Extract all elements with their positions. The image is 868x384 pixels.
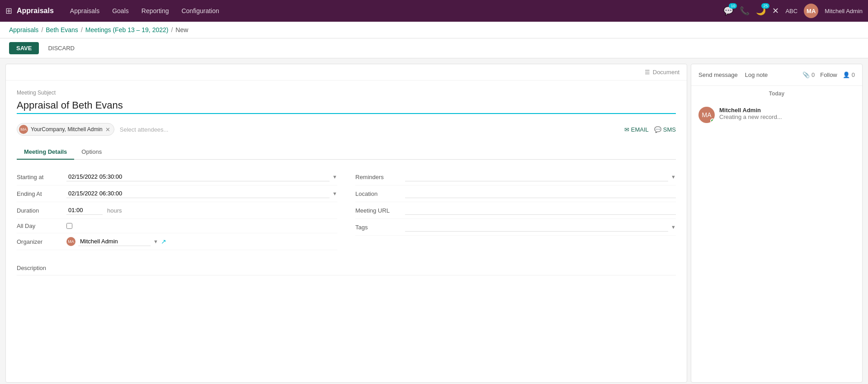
tags-arrow: ▼: [671, 224, 676, 230]
hamburger-icon: ☰: [645, 69, 650, 76]
today-label: Today: [691, 86, 862, 101]
sms-icon: 💬: [654, 126, 661, 133]
chatter-message: MA Mitchell Admin Creating a new record.…: [691, 101, 862, 128]
duration-label: Duration: [17, 207, 66, 214]
tab-meeting-details[interactable]: Meeting Details: [17, 145, 74, 160]
save-button[interactable]: SAVE: [9, 42, 39, 54]
moon-badge: 25: [761, 3, 769, 9]
attachments-count: 0: [811, 71, 815, 78]
chatter-panel: Send message Log note 📎 0 Follow 👤 0 Tod…: [691, 64, 863, 383]
nav-item-configuration[interactable]: Configuration: [176, 5, 224, 17]
description-label: Description: [17, 265, 676, 271]
action-bar: SAVE DISCARD: [0, 38, 868, 58]
phone-icon-btn[interactable]: 📞: [740, 6, 750, 16]
tabs-row: Meeting Details Options: [17, 145, 676, 160]
field-tags: Tags ▼: [355, 219, 676, 236]
breadcrumb-sep-2: /: [81, 26, 83, 33]
nav-menu: Appraisals Goals Reporting Configuration: [65, 5, 724, 17]
follow-button[interactable]: Follow: [820, 71, 837, 78]
meeting-subject-input[interactable]: [17, 98, 676, 114]
user-avatar[interactable]: MA: [804, 4, 818, 18]
main-layout: ☰ Document Meeting Subject MA YourCompan…: [0, 58, 868, 384]
all-day-label: All Day: [17, 223, 66, 229]
ending-at-value: ▼: [66, 189, 337, 198]
app-brand: Appraisals: [17, 7, 54, 15]
nav-item-appraisals[interactable]: Appraisals: [65, 5, 105, 17]
chat-icon-btn[interactable]: 💬 10: [723, 6, 733, 16]
paperclip-icon: 📎: [802, 71, 810, 78]
breadcrumb-current: New: [175, 26, 188, 33]
close-icon-btn[interactable]: ✕: [772, 6, 779, 16]
nav-item-goals[interactable]: Goals: [107, 5, 134, 17]
starting-at-label: Starting at: [17, 174, 66, 180]
chatter-header: Send message Log note 📎 0 Follow 👤 0: [691, 64, 862, 86]
breadcrumb-meetings[interactable]: Meetings (Feb 13 – 19, 2022): [85, 26, 169, 33]
location-value: [405, 189, 676, 198]
discard-button[interactable]: DISCARD: [44, 42, 78, 54]
meeting-subject-label: Meeting Subject: [17, 90, 676, 96]
ending-at-label: Ending At: [17, 190, 66, 197]
breadcrumb-beth-evans[interactable]: Beth Evans: [46, 26, 78, 33]
chatter-msg-body: Mitchell Admin Creating a new record...: [719, 107, 782, 123]
organizer-label: Organizer: [17, 238, 66, 245]
attendee-placeholder[interactable]: Select attendees...: [120, 126, 169, 133]
sms-button[interactable]: 💬 SMS: [654, 126, 676, 133]
form-toolbar: ☰ Document: [6, 64, 687, 81]
organizer-avatar: MA: [66, 237, 75, 246]
followers-stat[interactable]: 👤 0: [843, 71, 855, 78]
tags-value: ▼: [405, 223, 676, 232]
meeting-url-value: [405, 206, 676, 215]
email-button[interactable]: ✉ EMAIL: [624, 126, 649, 133]
chatter-author-name: Mitchell Admin: [719, 107, 782, 114]
username-label: Mitchell Admin: [825, 8, 863, 14]
reminders-label: Reminders: [355, 174, 405, 180]
tags-input[interactable]: [405, 223, 668, 232]
form-panel: ☰ Document Meeting Subject MA YourCompan…: [5, 64, 687, 383]
location-label: Location: [355, 190, 405, 197]
description-divider: [17, 275, 676, 275]
breadcrumb-sep-3: /: [171, 26, 173, 33]
chat-badge: 10: [729, 3, 737, 9]
organizer-input[interactable]: [78, 237, 151, 246]
chatter-author-avatar: MA: [698, 107, 715, 123]
followers-count: 0: [852, 71, 855, 78]
moon-icon-btn[interactable]: 🌙 25: [756, 6, 766, 16]
all-day-checkbox[interactable]: [66, 223, 72, 229]
document-button[interactable]: ☰ Document: [645, 69, 679, 76]
field-organizer: Organizer MA ▼ ↗: [17, 233, 337, 250]
attachments-stat[interactable]: 📎 0: [802, 71, 815, 78]
duration-input[interactable]: [66, 206, 103, 215]
starting-at-input[interactable]: [66, 172, 330, 181]
attendee-tag: MA YourCompany, Mitchell Admin ✕: [17, 123, 114, 136]
field-duration: Duration hours: [17, 202, 337, 219]
send-message-button[interactable]: Send message: [698, 70, 738, 80]
organizer-value: MA ▼ ↗: [66, 237, 337, 246]
breadcrumb-appraisals[interactable]: Appraisals: [9, 26, 38, 33]
meeting-url-input[interactable]: [405, 206, 676, 215]
chatter-actions-right: 📎 0 Follow 👤 0: [802, 71, 855, 78]
field-location: Location: [355, 185, 676, 202]
field-ending-at: Ending At ▼: [17, 185, 337, 202]
location-input[interactable]: [405, 189, 676, 198]
breadcrumb: Appraisals / Beth Evans / Meetings (Feb …: [0, 22, 868, 38]
attendee-name: YourCompany, Mitchell Admin: [31, 126, 103, 133]
abc-label: ABC: [785, 8, 797, 14]
grid-icon[interactable]: ⊞: [5, 6, 12, 16]
reminders-input[interactable]: [405, 172, 668, 181]
ending-at-input[interactable]: [66, 189, 330, 198]
attendee-remove-btn[interactable]: ✕: [105, 126, 110, 133]
tab-options[interactable]: Options: [74, 145, 109, 160]
organizer-external-link[interactable]: ↗: [161, 238, 166, 245]
field-all-day: All Day: [17, 219, 337, 233]
attendees-row: MA YourCompany, Mitchell Admin ✕ Select …: [17, 123, 676, 136]
reminders-arrow: ▼: [671, 174, 676, 180]
topnav-right: 💬 10 📞 🌙 25 ✕ ABC MA Mitchell Admin: [723, 4, 863, 18]
attendee-avatar: MA: [19, 125, 28, 134]
followers-icon: 👤: [843, 71, 850, 78]
log-note-button[interactable]: Log note: [745, 70, 768, 80]
right-fields: Reminders ▼ Location Meeting URL: [355, 169, 676, 250]
description-section: Description: [17, 259, 676, 275]
duration-value: hours: [66, 206, 337, 215]
fields-grid: Starting at ▼ Ending At ▼: [17, 169, 676, 250]
nav-item-reporting[interactable]: Reporting: [136, 5, 175, 17]
